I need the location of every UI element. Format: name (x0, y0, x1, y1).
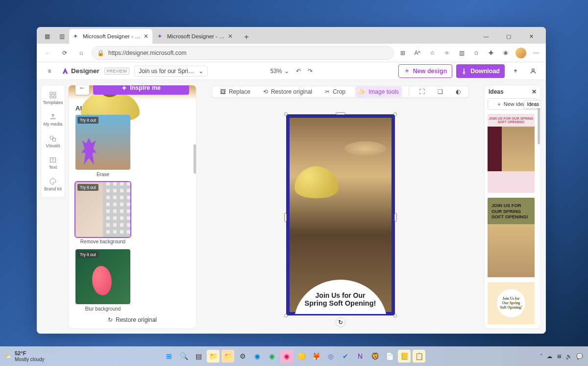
share-button[interactable] (509, 64, 522, 78)
handle-tl[interactable] (284, 112, 288, 116)
rail-label: Visuals (46, 143, 60, 148)
nav-home-button[interactable]: ⌂ (75, 47, 88, 59)
left-scrollbar[interactable] (194, 144, 196, 174)
brave-icon[interactable]: 🦁 (368, 350, 381, 363)
ctx-crop[interactable]: ✂ Crop (322, 86, 348, 97)
taskbar-app[interactable]: ◎ (324, 350, 337, 363)
onedrive-icon[interactable]: ☁ (547, 353, 552, 360)
app-install-icon[interactable]: ⊞ (398, 48, 408, 58)
ai-card-remove-bg[interactable]: Try it out Remove background (75, 182, 130, 244)
rail-visuals[interactable]: Visuals (41, 132, 65, 150)
ideas-tooltip: Ideas (524, 100, 541, 108)
read-aloud-icon[interactable]: Aᴬ (413, 48, 422, 58)
close-icon[interactable]: ✕ (532, 88, 537, 95)
onenote-icon[interactable]: N (354, 350, 367, 363)
rotate-handle[interactable]: ↻ (336, 317, 345, 327)
handle-mr[interactable] (394, 213, 397, 222)
taskbar-center: ⊞ 🔍 ▤ 📁 📁 ⚙ ◉ ◉ ◉ 🟡 🦊 ◎ ✔ N 🦁 📄 📒 📋 (163, 350, 425, 363)
account-button[interactable] (526, 64, 540, 78)
edge-icon[interactable]: ◉ (251, 350, 264, 363)
taskbar-app[interactable]: 📁 (221, 350, 234, 363)
taskbar-app[interactable]: ◉ (280, 350, 293, 363)
nav-back-button[interactable]: ← (42, 47, 54, 59)
inspire-back-button[interactable]: ← (75, 85, 89, 95)
idea-card-2[interactable]: JOIN US FOR OUR SPRING SOFT OPENING! (488, 198, 535, 277)
window-maximize-button[interactable]: ▢ (498, 29, 519, 44)
restore-original-button[interactable]: ↻ Restore original (69, 312, 196, 328)
weather-widget[interactable]: ⛅ 52°F Mostly cloudy (5, 350, 45, 362)
notepad-icon[interactable]: 📄 (383, 350, 396, 363)
redo-button[interactable]: ↷ (308, 68, 313, 75)
document-title-dropdown[interactable]: Join us for our Spring … ⌄ (134, 66, 208, 77)
plus-icon: ＋ (404, 67, 410, 75)
start-button[interactable]: ⊞ (163, 350, 175, 363)
restore-label: Restore original (116, 316, 157, 323)
network-icon[interactable]: 🖥 (556, 353, 562, 359)
close-tab-icon[interactable]: ✕ (144, 33, 148, 40)
notifications-icon[interactable]: 💬 (576, 353, 583, 360)
taskbar-app[interactable]: ⚙ (236, 350, 249, 363)
window-minimize-button[interactable]: — (475, 29, 497, 44)
new-design-button[interactable]: ＋ New design (398, 64, 452, 78)
rail-text[interactable]: Text (41, 154, 65, 172)
split-screen-icon[interactable]: ▥ (457, 48, 466, 58)
handle-ml[interactable] (284, 213, 287, 222)
undo-button[interactable]: ↶ (296, 68, 301, 75)
extensions-icon[interactable]: ✧ (442, 48, 452, 58)
idea-card-3[interactable]: Join Us for Our Spring Soft Opening! (488, 282, 535, 324)
tray-chevron-icon[interactable]: ˄ (540, 353, 543, 360)
taskbar-app[interactable]: 📋 (413, 350, 425, 363)
more-icon[interactable]: ⋯ (531, 48, 541, 58)
todo-icon[interactable]: ✔ (339, 350, 352, 363)
url-input[interactable]: 🔒 https://designer.microsoft.com (92, 46, 394, 60)
ctx-fit[interactable]: ⛶ (416, 86, 428, 97)
browser-tab-1[interactable]: ✦ Microsoft Designer - Stunning d… ✕ (69, 29, 152, 44)
chrome-icon[interactable]: 🟡 (295, 350, 308, 363)
new-tab-button[interactable]: ＋ (240, 30, 253, 44)
firefox-icon[interactable]: 🦊 (310, 350, 322, 363)
volume-icon[interactable]: 🔊 (565, 353, 572, 360)
app-brand[interactable]: Designer (61, 67, 99, 75)
ctx-arrange[interactable]: ❏ (435, 86, 446, 97)
rail-label: Brand kit (44, 186, 62, 191)
idea-card-1[interactable]: JOIN US FOR OUR SPRING SOFT OPENING! (488, 114, 535, 193)
edge-dev-icon[interactable]: ◉ (266, 350, 278, 363)
taskview-button[interactable]: ▤ (192, 350, 205, 363)
collections-icon[interactable]: ✚ (486, 48, 496, 58)
ai-card-blur-bg[interactable]: Try it out Blur background (75, 249, 130, 312)
ctx-imagetools[interactable]: ✨ Image tools (355, 86, 402, 97)
performance-icon[interactable]: ❀ (501, 48, 511, 58)
ctx-opacity[interactable]: ◐ (453, 86, 464, 97)
handle-tr[interactable] (393, 112, 397, 116)
window-close-button[interactable]: ✕ (520, 29, 542, 44)
taskbar-app[interactable]: 📁 (207, 350, 220, 363)
ideas-scrollbar[interactable] (538, 105, 540, 144)
profile-avatar[interactable] (515, 48, 526, 58)
download-button[interactable]: ⭳ Download (456, 64, 505, 78)
favorites-bar-icon[interactable]: ✩ (471, 48, 481, 58)
canvas-text[interactable]: Join Us for Our Spring Soft Opening! (288, 291, 393, 307)
taskbar-app[interactable]: 📒 (398, 350, 411, 363)
zoom-dropdown[interactable]: 53% ⌄ (270, 68, 289, 75)
rail-brandkit[interactable]: Brand kit (41, 176, 65, 193)
close-tab-icon[interactable]: ✕ (228, 33, 233, 40)
arch-overlay: Join Us for Our Spring Soft Opening! (288, 273, 393, 314)
design-canvas[interactable]: Join Us for Our Spring Soft Opening! (286, 114, 395, 315)
hamburger-icon[interactable]: ≡ (43, 64, 56, 78)
favorite-icon[interactable]: ☆ (427, 48, 437, 58)
handle-br[interactable] (393, 314, 397, 317)
handle-mt[interactable] (336, 112, 345, 115)
rail-mymedia[interactable]: My media (41, 111, 65, 129)
workspaces-icon[interactable]: ▦ (40, 29, 54, 44)
inspire-me-button[interactable]: ✦ Inspire me (93, 85, 189, 95)
tab-actions-icon[interactable]: ▥ (54, 29, 69, 44)
system-tray[interactable]: ˄ ☁ 🖥 🔊 💬 (540, 353, 583, 360)
handle-bl[interactable] (284, 314, 288, 317)
ctx-restore[interactable]: ⟲ Restore original (260, 86, 315, 97)
browser-tab-2[interactable]: ✦ Microsoft Designer - Stunning d… ✕ (153, 29, 237, 44)
ctx-replace[interactable]: 🖼 Replace (217, 86, 253, 97)
nav-refresh-button[interactable]: ⟳ (58, 47, 71, 59)
search-button[interactable]: 🔍 (177, 350, 190, 363)
rail-templates[interactable]: Templates (41, 89, 65, 107)
ai-card-erase[interactable]: Try it out Erase (75, 115, 130, 177)
